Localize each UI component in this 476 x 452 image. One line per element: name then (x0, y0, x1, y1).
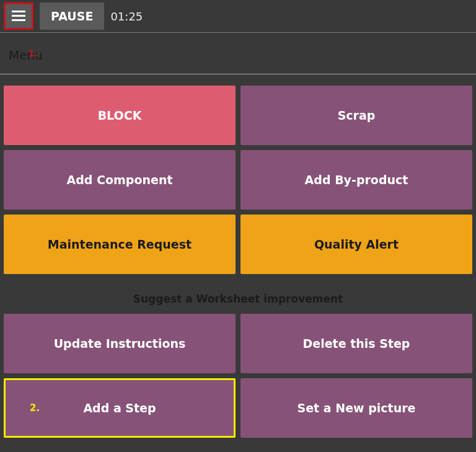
svg-rect-2 (12, 19, 25, 21)
add-byproduct-button[interactable]: Add By-product (240, 150, 472, 210)
scrap-label: Scrap (338, 109, 376, 122)
update-instructions-button[interactable]: Update Instructions (4, 314, 236, 373)
action-grid: BLOCK Scrap Add Component Add By-product… (0, 74, 476, 438)
block-button[interactable]: BLOCK (4, 86, 236, 145)
add-component-button[interactable]: Add Component (4, 150, 236, 210)
set-picture-label: Set a New picture (298, 401, 416, 415)
set-picture-button[interactable]: Set a New picture (240, 378, 472, 438)
pause-label: PAUSE (51, 9, 93, 23)
quality-alert-button[interactable]: Quality Alert (240, 215, 472, 274)
add-component-label: Add Component (67, 173, 173, 187)
worksheet-section-label: Suggest a Worksheet improvement (4, 279, 472, 309)
add-step-label: Add a Step (83, 401, 156, 415)
pause-button[interactable]: PAUSE (40, 2, 104, 30)
svg-rect-0 (12, 11, 25, 12)
annotation-2: 2. (30, 402, 40, 414)
delete-step-button[interactable]: Delete this Step (240, 314, 472, 373)
svg-rect-1 (12, 15, 25, 17)
scrap-button[interactable]: Scrap (240, 86, 472, 145)
top-bar: PAUSE 01:25 (0, 0, 476, 32)
delete-step-label: Delete this Step (303, 337, 410, 350)
add-byproduct-label: Add By-product (305, 173, 408, 187)
quality-alert-label: Quality Alert (314, 237, 399, 251)
hamburger-icon (12, 11, 25, 22)
menu-header: Menu (0, 32, 476, 74)
block-label: BLOCK (98, 109, 142, 122)
annotation-1: 1. (29, 48, 38, 58)
maintenance-request-button[interactable]: Maintenance Request (4, 215, 236, 274)
timer-display: 01:25 (110, 10, 143, 23)
add-step-button[interactable]: 2. Add a Step (4, 378, 236, 438)
maintenance-request-label: Maintenance Request (48, 237, 192, 251)
hamburger-menu-button[interactable] (4, 2, 33, 30)
update-instructions-label: Update Instructions (54, 337, 186, 350)
